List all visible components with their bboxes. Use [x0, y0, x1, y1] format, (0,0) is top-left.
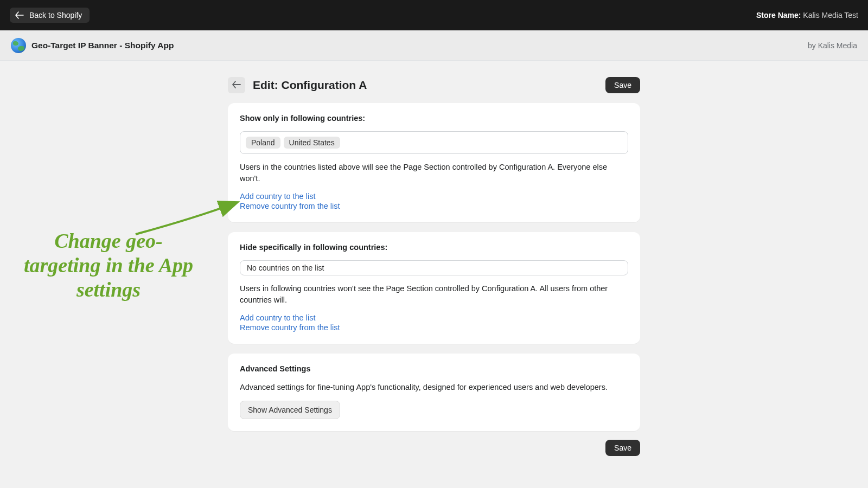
hide-countries-heading: Hide specifically in following countries… [240, 243, 628, 252]
show-countries-card: Show only in following countries: Poland… [228, 103, 640, 222]
save-button-footer[interactable]: Save [605, 440, 640, 456]
arrow-left-icon [232, 81, 241, 90]
back-to-shopify-button[interactable]: Back to Shopify [10, 8, 90, 23]
page-title: Edit: Configuration A [253, 79, 367, 92]
app-title: Geo-Target IP Banner - Shopify App [31, 41, 174, 50]
arrow-left-icon [15, 11, 24, 19]
show-countries-heading: Show only in following countries: [240, 114, 628, 123]
globe-icon [11, 38, 26, 53]
hide-countries-input[interactable]: No countries on the list [240, 260, 628, 275]
show-countries-input[interactable]: Poland United States [240, 131, 628, 154]
show-countries-help: Users in the countries listed above will… [240, 162, 628, 184]
page-header: Edit: Configuration A Save [228, 77, 640, 93]
country-tag[interactable]: Poland [246, 137, 280, 149]
topbar: Back to Shopify Store Name: Kalis Media … [0, 0, 868, 30]
appbar: Geo-Target IP Banner - Shopify App by Ka… [0, 30, 868, 61]
store-name-label: Store Name: [756, 11, 801, 20]
add-country-link[interactable]: Add country to the list [240, 192, 628, 201]
show-advanced-button[interactable]: Show Advanced Settings [240, 401, 340, 419]
hide-countries-card: Hide specifically in following countries… [228, 232, 640, 344]
callout-annotation: Change geo-targeting in the App settings [16, 229, 201, 301]
add-country-link[interactable]: Add country to the list [240, 313, 628, 322]
app-author: by Kalis Media [808, 41, 857, 50]
remove-country-link[interactable]: Remove country from the list [240, 323, 628, 332]
remove-country-link[interactable]: Remove country from the list [240, 202, 628, 210]
hide-countries-help: Users in following countries won't see t… [240, 283, 628, 306]
advanced-help: Advanced settings for fine-tuning App's … [240, 382, 628, 393]
save-button[interactable]: Save [605, 77, 640, 93]
advanced-heading: Advanced Settings [240, 364, 628, 373]
advanced-settings-card: Advanced Settings Advanced settings for … [228, 354, 640, 431]
store-name-value: Kalis Media Test [803, 11, 858, 20]
country-tag[interactable]: United States [284, 137, 340, 149]
store-name: Store Name: Kalis Media Test [756, 11, 858, 20]
back-button[interactable] [228, 77, 245, 93]
back-label: Back to Shopify [29, 11, 82, 20]
